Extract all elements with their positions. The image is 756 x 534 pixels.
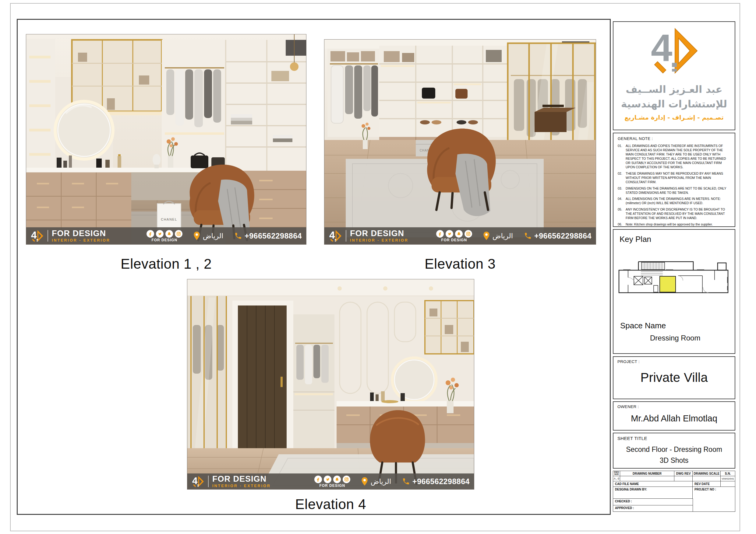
phone-number: +966562298864 [534,232,591,241]
snapchat-icon [165,230,173,238]
location-pin-icon [483,231,490,241]
company-logo-icon: 4 [648,26,700,74]
for-design-logo-icon: 4 [192,475,204,488]
phone-icon [524,232,532,240]
for-design-logo-icon: 4 [329,229,342,242]
sheet-title-box: SHEET TITLE Second Floor - Dressing Room… [613,433,735,469]
general-notes-box: GENERAL NOTE : 01.ALL DRAWINGS AND COPIE… [613,133,735,227]
city-label: الرياض [371,477,391,485]
note-number: 01. [618,144,626,169]
sheet-title-line2: 3D Shots [613,456,735,465]
sheet-title-line1: Second Floor - Dressing Room [613,445,735,454]
brand-name: FOR DESIGN [212,475,271,483]
note-text: ANY INCONSISTENCY OR DISCREPANCY IS TO B… [626,208,730,220]
project-box: PROJECT : Private Villa [613,356,735,399]
owner-label: OWENER : [617,404,639,409]
twitter-icon [324,475,331,483]
dressing-room-render-2: CHANEL [324,39,596,244]
brand-tagline: INTERIOR - EXTERIOR [52,239,110,242]
caption-elevation-3: Elevation 3 [324,256,596,272]
divider [208,475,209,487]
drawing-sheet: { "captions": {"r1": "Elevation 1 , 2", … [0,0,756,534]
key-plan-drawing [617,259,732,307]
general-note-heading: GENERAL NOTE : [618,136,730,141]
project-no-label: PROJECT NO : [692,487,735,512]
social-caption: FOR DESIGN [151,238,177,242]
render-elevation-1-2: CHANEL 4 FOR DESIGN INTERIOR - EXTER [26,35,306,244]
cad-file-name-label: CAD FILE NAME [613,481,693,487]
note-text: Note: Kitchen shop drawings will be appr… [626,222,730,227]
designed-drawn-by-label: DESGIN& DRAWN BY: [613,487,693,499]
caption-elevation-4: Elevation 4 [187,496,474,512]
sn-value: V09/02/041 [720,476,735,482]
divider [346,230,346,242]
render-footer-bar: 4 FOR DESIGN INTERIOR - EXTERIOR FOR DES… [26,227,306,244]
twitter-icon [446,230,453,238]
company-logo-box: 4 عبد العـزيز الســيف للإستشارات الهندسي… [613,21,735,130]
drawing-info-table: DWG SIZE DRAWING NUMBER DWG REV DRAWING … [613,471,735,512]
social-caption: FOR DESIGN [441,238,467,242]
dwg-size-header: DWG SIZE [613,471,620,476]
approved-label: APPROVED : [613,505,693,512]
company-services-ar: تصـميم - إشـراف - إدارة مشـاريع [624,114,724,121]
divider [47,230,48,242]
render-elevation-4: 4 FOR DESIGN INTERIOR - EXTERIOR FOR DES… [187,279,474,489]
instagram-icon [343,475,350,483]
drawing-number-value [620,476,675,482]
note-text: THESE DRAWINGS MAY NOT BE REPRODUCED BY … [626,172,730,184]
city-label: الرياض [493,232,513,240]
svg-text:4: 4 [31,229,37,241]
social-links: FOR DESIGN [314,475,350,488]
drawing-area-frame: CHANEL 4 FOR DESIGN INTERIOR - EXTER [17,19,611,515]
space-name-value: Dressing Room [650,334,700,342]
dwg-rev-header: DWG REV [674,471,693,476]
render-footer-bar: 4 FOR DESIGN INTERIOR - EXTERIOR FOR DES… [187,473,474,489]
location-pin-icon [361,477,368,486]
company-name-ar-line1: عبد العـزيز الســيف [626,82,722,97]
location-pin-icon [193,231,200,241]
social-caption: FOR DESIGN [319,484,345,488]
key-plan-box: Key Plan Space Name Dressing Room [613,229,735,354]
city-label: الرياض [203,232,223,240]
svg-text:4: 4 [329,229,335,241]
note-number: 02. [618,172,626,184]
bag-brand-text: CHANEL [161,217,177,221]
phone-icon [234,232,242,240]
space-name-label: Space Name [620,321,666,330]
snapchat-icon [455,230,463,238]
rev-date-label: REV DATE [692,481,721,487]
project-label: PROJECT : [617,359,640,364]
render-elevation-3: CHANEL 4 FOR DESIGN INTERIOR - EXTER [324,39,596,244]
note-number: 04. [618,197,626,205]
social-links: FOR DESIGN [147,230,182,242]
drawing-number-header: DRAWING NUMBER [620,471,675,476]
note-text: ALL DIMENSIONS ON THE DRAWINGS ARE IN ME… [626,197,730,205]
dwg-rev-value [674,476,693,482]
instagram-icon [175,230,182,238]
company-name-ar-line2: للإستشارات الهندسية [621,97,727,111]
twitter-icon [156,230,164,238]
for-design-logo-icon: 4 [31,229,44,242]
caption-elevation-1-2: Elevation 1 , 2 [26,256,306,272]
checked-label: CHECKED : [613,498,693,505]
owner-box: OWENER : Mr.Abd Allah Elmotlaq [613,401,735,431]
dressing-room-render-1: CHANEL [26,35,306,244]
brand-name: FOR DESIGN [350,229,409,238]
social-links: FOR DESIGN [436,230,472,242]
rev-date-value [720,481,735,487]
phone-number: +966562298864 [245,232,302,241]
phone-icon [402,477,410,485]
facebook-icon [436,230,444,238]
note-number: 03. [618,187,626,195]
drawing-scale-value [692,476,721,482]
note-number: 06. [618,222,626,227]
note-number: 05. [618,208,626,220]
owner-name: Mr.Abd Allah Elmotlaq [613,414,735,423]
svg-text:4: 4 [192,475,198,486]
note-text: DIMENSIONS ON THE DRAWINGS ARE NOT TO BE… [626,187,730,195]
brand-tagline: INTERIOR - EXTERIOR [212,484,271,488]
facebook-icon [314,475,322,483]
drawing-scale-header: DRAWING SCALE [692,471,721,476]
snapchat-icon [333,475,341,483]
key-plan-heading: Key Plan [620,235,651,244]
